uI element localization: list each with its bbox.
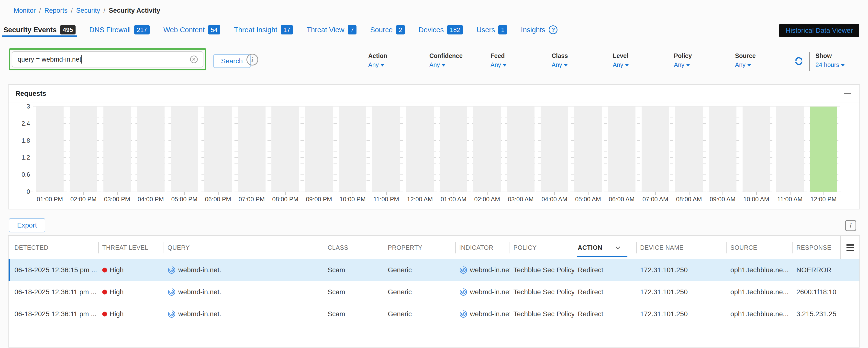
background-band [507,106,534,192]
collapse-panel-icon[interactable] [844,93,851,94]
filter-source-dropdown[interactable]: Any [735,61,792,68]
column-header-threat-level[interactable]: THREAT LEVEL [98,236,163,259]
chart-hour-band[interactable] [672,106,706,192]
show-range-dropdown[interactable]: 24 hours [815,61,845,68]
filter-level-dropdown[interactable]: Any [613,61,670,68]
search-input[interactable]: query = webmd-in.net [12,51,204,67]
tab-insights[interactable]: Insights ? [521,23,557,37]
chart-hour-band[interactable] [706,106,740,192]
background-band [406,106,434,192]
refresh-show-cluster: Show 24 hours [794,52,845,71]
tab-web-content[interactable]: Web Content 54 [163,23,220,37]
chart-hour-band[interactable] [807,106,840,192]
filter-confidence-dropdown[interactable]: Any [429,61,487,68]
column-header-detected[interactable]: DETECTED [8,236,98,259]
chevron-down-icon[interactable] [614,244,622,251]
filter-value: Any [552,61,562,68]
chart-hour-band[interactable] [571,106,605,192]
export-button[interactable]: Export [9,218,45,232]
chart-hour-band[interactable] [403,106,437,192]
filter-show: Show 24 hours [814,52,845,68]
chart-hour-band[interactable] [67,106,100,192]
search-info-icon[interactable]: i [246,54,258,65]
chart-hour-band[interactable] [773,106,807,192]
column-header-query[interactable]: QUERY [163,236,324,259]
chart-hour-band[interactable] [739,106,773,192]
search-button[interactable]: Search [213,54,251,68]
x-axis-label: 09:00 PM [302,196,336,203]
tab-dns-firewall[interactable]: DNS Firewall 217 [89,23,150,37]
background-band [642,106,669,192]
table-row[interactable]: 06-18-2025 12:36:11 pm ... High webmd-in… [8,303,860,325]
threat-level-text: High [110,288,124,296]
tab-threat-view[interactable]: Threat View 7 [307,23,356,37]
tab-devices[interactable]: Devices 182 [418,23,463,37]
chart-hour-band[interactable] [470,106,504,192]
column-header-source[interactable]: SOURCE [726,236,793,259]
chart-hour-band[interactable] [336,106,369,192]
query-text: webmd-in.net. [178,288,221,296]
column-settings-menu-icon[interactable] [840,236,860,259]
x-axis-label: 03:00 AM [504,196,538,203]
column-header-response[interactable]: RESPONSE [793,236,836,259]
chart-hour-band[interactable] [100,106,134,192]
help-icon[interactable]: ? [549,25,557,34]
chart-hour-band[interactable] [134,106,168,192]
filter-value: Any [613,61,623,68]
chart-hour-band[interactable] [605,106,639,192]
cell-threat-level: High [98,310,163,318]
filter-action-dropdown[interactable]: Any [368,61,426,68]
filter-class-dropdown[interactable]: Any [552,61,609,68]
cell-query: webmd-in.net. [163,266,324,274]
historical-data-viewer-button[interactable]: Historical Data Viewer [779,24,859,37]
column-header-action[interactable]: ACTION [574,236,636,259]
chevron-down-icon [747,64,751,66]
column-header-policy[interactable]: POLICY [509,236,574,259]
chevron-down-icon [564,64,568,66]
filter-policy-dropdown[interactable]: Any [674,61,731,68]
cell-class: Scam [324,288,384,296]
threat-indicator-icon [459,310,467,318]
tab-label: Devices [418,26,444,34]
background-band [743,106,770,192]
table-info-icon[interactable]: i [845,220,856,231]
breadcrumb-link-reports[interactable]: Reports [44,7,68,14]
refresh-icon[interactable] [794,56,804,66]
x-axis-label: 01:00 AM [437,196,470,203]
chevron-down-icon [503,64,507,66]
chart-hour-band[interactable] [437,106,470,192]
column-header-device-name[interactable]: DEVICE NAME [636,236,726,259]
tab-label: Source [370,26,393,34]
tab-security-events[interactable]: Security Events 495 [3,23,75,37]
tab-threat-insight[interactable]: Threat Insight 17 [234,23,293,37]
chevron-down-icon [841,64,845,66]
events-table: DETECTED THREAT LEVEL QUERY CLASS PROPER… [8,235,860,348]
filter-value: Any [491,61,501,68]
filter-label: Feed [491,52,548,59]
chart-hour-band[interactable] [369,106,403,192]
chart-hour-band[interactable] [167,106,201,192]
tab-users[interactable]: Users 1 [476,23,507,37]
chart-hour-band[interactable] [269,106,302,192]
column-header-class[interactable]: CLASS [324,236,384,259]
chart-hour-band[interactable] [538,106,571,192]
breadcrumb-link-monitor[interactable]: Monitor [14,7,36,14]
cell-response: NOERROR [793,266,836,274]
breadcrumb-link-security[interactable]: Security [76,7,100,14]
clear-search-icon[interactable] [189,55,198,64]
cell-class: Scam [324,266,384,274]
column-header-property[interactable]: PROPERTY [384,236,455,259]
chevron-down-icon [380,64,384,66]
table-row[interactable]: 06-18-2025 12:36:11 pm ... High webmd-in… [8,281,860,303]
column-header-indicator[interactable]: INDICATOR [455,236,509,259]
chart-hour-band[interactable] [235,106,269,192]
chart-hour-band[interactable] [201,106,235,192]
cell-detected: 06-18-2025 12:36:11 pm ... [8,288,98,296]
filter-feed-dropdown[interactable]: Any [491,61,548,68]
tab-source[interactable]: Source 2 [370,23,405,37]
chart-hour-band[interactable] [302,106,336,192]
chart-hour-band[interactable] [504,106,538,192]
chart-hour-band[interactable] [639,106,672,192]
table-row[interactable]: 06-18-2025 12:36:15 pm ... High webmd-in… [8,259,860,281]
chart-hour-band[interactable] [33,106,67,192]
